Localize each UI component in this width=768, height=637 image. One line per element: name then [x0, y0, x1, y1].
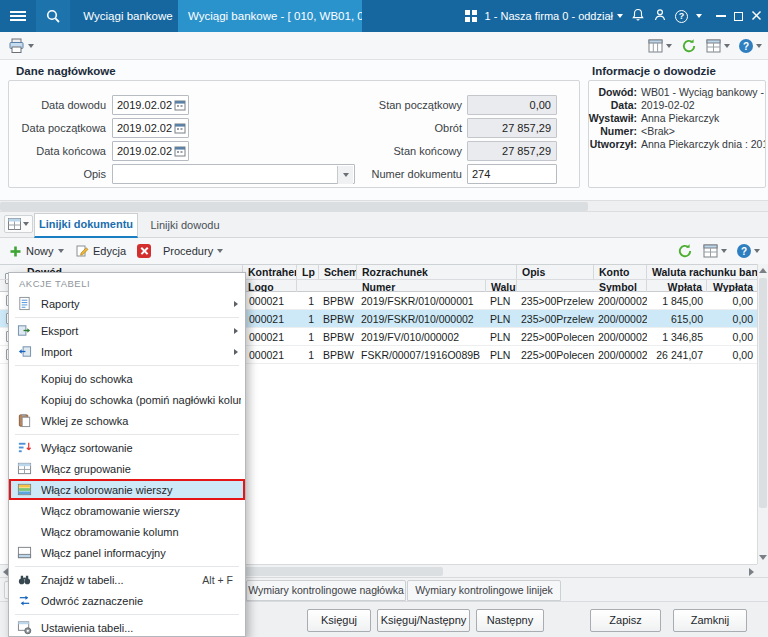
scrollbar-thumb[interactable] — [0, 202, 588, 211]
menu-separator — [15, 317, 239, 318]
search-icon[interactable] — [36, 0, 70, 32]
tab-wyciagi-bankowe[interactable]: Wyciągi bankowe — [80, 0, 176, 32]
delete-button[interactable] — [132, 241, 156, 261]
user-icon[interactable] — [653, 8, 667, 24]
scroll-up-arrow[interactable] — [759, 268, 767, 273]
label-stan-poczatkowy: Stan początkowy — [348, 99, 462, 111]
company-selector[interactable]: 1 - Nasza firma 0 - oddział — [485, 10, 623, 22]
calendar-icon[interactable] — [174, 122, 186, 134]
calendar-icon[interactable] — [174, 99, 186, 111]
tab-linijki-dowodu[interactable]: Linijki dowodu — [140, 213, 230, 238]
scroll-down-arrow[interactable] — [759, 555, 767, 560]
help-icon[interactable]: ? — [675, 10, 688, 23]
menu-item-odwroc-zaznaczenie[interactable]: Odwróć zaznaczenie — [9, 590, 245, 611]
menu-item-wlacz-kolorowanie-wierszy[interactable]: Włącz kolorowanie wierszy — [9, 479, 245, 500]
menu-item-kopiuj-do-schowka[interactable]: Kopiuj do schowka — [9, 368, 245, 389]
menu-item-wlacz-obramowanie-kolumn[interactable]: Włącz obramowanie kolumn — [9, 521, 245, 542]
menu-item-znajdz-w-tabeli[interactable]: Znajdź w tabeli... Alt + F — [9, 569, 245, 590]
ksieguj-button[interactable]: Księguj — [307, 609, 371, 632]
zamknij-button[interactable]: Zamknij — [673, 609, 747, 632]
new-button-label: Nowy — [26, 245, 54, 257]
refresh-table-button[interactable] — [677, 243, 693, 259]
ksieguj-nastepny-button[interactable]: Księguj/Następny — [377, 609, 470, 632]
info-label-wystawil: Wystawił: — [588, 112, 637, 124]
column-header-kontrahent[interactable]: Kontrahent — [243, 265, 297, 279]
nastepny-button[interactable]: Następny — [476, 609, 544, 632]
help-icon: ? — [739, 39, 753, 53]
menu-item-wlacz-grupowanie[interactable]: Włącz grupowanie — [9, 458, 245, 479]
menu-item-wlacz-obramowanie-wierszy[interactable]: Włącz obramowanie wierszy — [9, 500, 245, 521]
column-header-waluta-rachunku[interactable]: Waluta rachunku bank — [647, 265, 757, 279]
opis-combobox[interactable] — [112, 164, 355, 184]
info-panel-icon — [15, 545, 33, 561]
submenu-arrow-icon — [234, 301, 238, 307]
label-data-koncowa: Data końcowa — [8, 145, 106, 157]
horizontal-splitter-scrollbar[interactable] — [0, 200, 768, 212]
chevron-down-icon — [721, 249, 727, 253]
edit-button[interactable]: Edycja — [70, 241, 131, 261]
new-button[interactable]: Nowy — [4, 241, 69, 261]
help-menu-button[interactable]: ? — [739, 39, 762, 53]
tab-wymiary-kontrolingowe-naglowka[interactable]: Wymiary kontrolingowe nagłówka — [246, 580, 406, 601]
menu-item-kopiuj-do-schowka-pomin-naglowki[interactable]: Kopiuj do schowka (pomiń nagłówki kolumn… — [9, 389, 245, 410]
table-icon — [706, 39, 721, 53]
info-value-data: 2019-02-02 — [641, 99, 765, 111]
import-icon — [15, 344, 33, 360]
delete-icon — [137, 244, 151, 258]
procedures-button-label: Procedury — [163, 245, 213, 257]
refresh-button[interactable] — [681, 38, 697, 54]
sort-off-icon — [15, 440, 33, 456]
info-label-dowod: Dowód: — [588, 86, 637, 98]
menu-item-import[interactable]: Import — [9, 341, 245, 362]
company-label: 1 - Nasza firma 0 - oddział — [485, 10, 613, 22]
chevron-down-icon — [28, 44, 34, 48]
help-chevron-icon — [696, 14, 702, 18]
tab-wymiary-kontrolingowe-linijek[interactable]: Wymiary kontrolingowe linijek — [407, 580, 561, 601]
table-menu-button[interactable] — [4, 215, 33, 233]
menu-item-eksport[interactable]: Eksport — [9, 320, 245, 341]
table-settings-icon — [15, 620, 33, 636]
numer-dokumentu-input[interactable] — [467, 164, 557, 184]
table-layout-button[interactable] — [706, 39, 730, 53]
zapisz-button[interactable]: Zapisz — [590, 609, 661, 632]
tab-linijki-dokumentu[interactable]: Linijki dokumentu — [34, 213, 138, 238]
column-header-opis[interactable]: Opis — [517, 265, 594, 279]
menu-item-wklej-ze-schowka[interactable]: Wklej ze schowka — [9, 410, 245, 431]
label-opis: Opis — [8, 168, 106, 180]
menu-shortcut: Alt + F — [202, 574, 241, 586]
row-coloring-icon — [15, 482, 33, 498]
menu-section-header: AKCJE TABELI — [9, 275, 245, 293]
help-menu-button[interactable]: ? — [737, 244, 760, 258]
column-header-schemat[interactable]: Schemat — [319, 265, 357, 279]
notifications-bell-icon[interactable] — [631, 8, 645, 24]
print-button[interactable] — [8, 38, 34, 54]
scrollbar-thumb[interactable] — [759, 278, 767, 508]
submenu-arrow-icon — [234, 349, 238, 355]
plus-icon — [9, 245, 22, 258]
calendar-icon[interactable] — [174, 145, 186, 157]
procedures-button[interactable]: Procedury — [158, 241, 228, 261]
scroll-right-arrow[interactable] — [749, 568, 754, 576]
column-header-konto[interactable]: Konto — [594, 265, 647, 279]
menu-item-wlacz-panel-informacyjny[interactable]: Włącz panel informacyjny — [9, 542, 245, 563]
close-button[interactable] — [751, 10, 762, 23]
document-header-area: Dane nagłówkowe Data dowodu Data początk… — [0, 60, 768, 200]
column-header-lp[interactable]: Lp — [297, 265, 319, 279]
chevron-down-icon — [756, 44, 762, 48]
group-title-dane-naglowkowe: Dane nagłówkowe — [16, 65, 116, 77]
menu-separator — [15, 434, 239, 435]
info-value-numer: <Brak> — [641, 125, 765, 137]
menu-item-wylacz-sortowanie[interactable]: Wyłącz sortowanie — [9, 437, 245, 458]
menu-item-ustawienia-tabeli[interactable]: Ustawienia tabeli... — [9, 617, 245, 637]
tab-wyciagi-bankowe-active[interactable]: Wyciągi bankowe - [ 010, WB01, 0 — [178, 0, 362, 32]
table-layout-button[interactable] — [703, 244, 727, 258]
view-settings-button[interactable] — [648, 39, 672, 53]
minimize-button[interactable] — [716, 15, 726, 17]
menu-item-raporty[interactable]: Raporty — [9, 293, 245, 314]
chevron-down-icon — [23, 222, 29, 226]
hamburger-menu-icon[interactable] — [0, 0, 36, 32]
vertical-scrollbar[interactable] — [757, 264, 768, 564]
column-header-rozrachunek[interactable]: Rozrachunek — [357, 265, 517, 279]
apps-grid-icon[interactable] — [465, 10, 477, 22]
maximize-button[interactable] — [734, 12, 743, 21]
